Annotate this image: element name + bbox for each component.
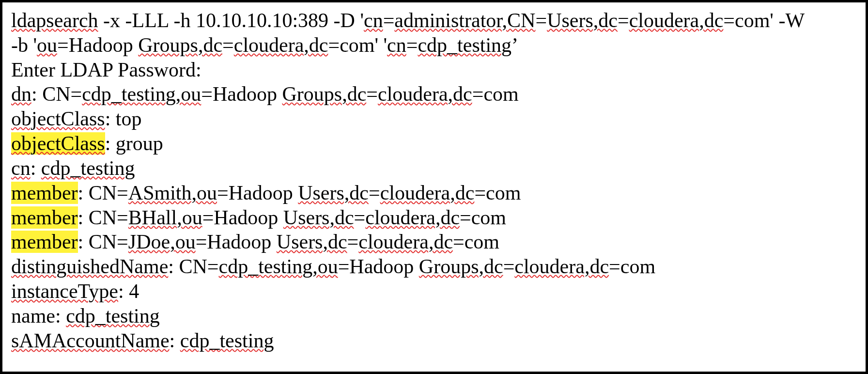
attr-member-2: member: CN=BHall,ou=Hadoop Users,dc=clou… bbox=[11, 205, 857, 230]
text: : group bbox=[105, 132, 163, 155]
text: cloudera,dc bbox=[629, 9, 724, 31]
attr-member-1: member: CN=ASmith,ou=Hadoop Users,dc=clo… bbox=[11, 181, 857, 205]
text: administrator,CN bbox=[394, 9, 535, 31]
text: instanceType bbox=[11, 280, 118, 302]
text: ASmith,ou bbox=[128, 182, 217, 204]
text: : top bbox=[105, 108, 142, 130]
text: : bbox=[170, 329, 180, 352]
text: BHall,ou bbox=[128, 206, 202, 229]
text: : CN= bbox=[78, 206, 128, 229]
text: =Hadoop bbox=[57, 34, 138, 56]
text: Users,dc bbox=[277, 231, 347, 253]
text: -x -LLL -h 10.10.10.10:389 -D ' bbox=[98, 9, 364, 31]
password-prompt: Enter LDAP Password: bbox=[11, 58, 857, 82]
text: objectClass bbox=[11, 108, 105, 130]
text: = bbox=[222, 34, 234, 56]
text: =Hadoop bbox=[217, 182, 298, 204]
attr-samaccountname: sAMAccountName: cdp_testing bbox=[11, 328, 857, 353]
attr-distinguishedname: distinguishedName: CN=cdp_testing,ou=Had… bbox=[11, 254, 857, 279]
text: Groups,dc bbox=[282, 83, 367, 105]
text: : CN= bbox=[78, 182, 128, 204]
text: cloudera,dc bbox=[365, 206, 460, 229]
attr-objectclass-top: objectClass: top bbox=[11, 107, 857, 131]
text: cloudera,dc bbox=[380, 182, 475, 204]
text: =com bbox=[609, 255, 655, 278]
text: name: bbox=[11, 305, 66, 327]
text: = bbox=[406, 34, 418, 56]
attr-cn: cn: cdp_testing bbox=[11, 156, 857, 181]
text: : CN= bbox=[168, 255, 218, 278]
text: cdp_testing,ou bbox=[219, 255, 338, 278]
text: cloudera,dc bbox=[514, 255, 609, 278]
text: = bbox=[503, 255, 515, 278]
attr-name: name: cdp_testing bbox=[11, 304, 857, 328]
text: = bbox=[535, 9, 547, 31]
text: Groups,dc bbox=[419, 255, 503, 278]
text: cn bbox=[364, 9, 383, 31]
text: Users,dc bbox=[298, 182, 369, 204]
text: cloudera,dc bbox=[234, 34, 328, 56]
text: ou bbox=[37, 34, 57, 56]
highlighted-member: member bbox=[11, 182, 78, 204]
text: Users,dc bbox=[283, 206, 354, 229]
text: cn bbox=[11, 157, 31, 179]
text: =Hadoop bbox=[202, 206, 283, 229]
text: ldapsearch bbox=[11, 9, 98, 31]
command-line-1: ldapsearch -x -LLL -h 10.10.10.10:389 -D… bbox=[11, 8, 857, 33]
text: cdp_testing bbox=[41, 157, 135, 179]
text: sAMAccountName bbox=[11, 329, 170, 352]
text: =Hadoop bbox=[338, 255, 419, 278]
text: : CN= bbox=[31, 83, 82, 105]
attr-dn: dn: CN=cdp_testing,ou=Hadoop Groups,dc=c… bbox=[11, 82, 857, 107]
highlighted-objectclass: objectClass bbox=[11, 132, 105, 155]
text: ’ bbox=[512, 34, 518, 56]
text: Groups,dc bbox=[138, 34, 222, 56]
text: = bbox=[354, 206, 366, 229]
attr-objectclass-group: objectClass: group bbox=[11, 131, 857, 156]
text: JDoe,ou bbox=[128, 231, 196, 253]
text: cloudera,dc bbox=[358, 231, 453, 253]
text: : bbox=[31, 157, 41, 179]
text: =com bbox=[474, 182, 521, 204]
ldap-output-box: ldapsearch -x -LLL -h 10.10.10.10:389 -D… bbox=[0, 0, 868, 374]
text: : 4 bbox=[118, 280, 139, 302]
text: = bbox=[369, 182, 380, 204]
text: cdp_testing,ou bbox=[82, 83, 201, 105]
command-line-2: -b 'ou=Hadoop Groups,dc=cloudera,dc=com'… bbox=[11, 33, 857, 58]
text: cdp_testing bbox=[66, 305, 160, 327]
text: =Hadoop bbox=[201, 83, 282, 105]
text: = bbox=[383, 9, 395, 31]
text: : CN= bbox=[78, 231, 128, 253]
text: dn bbox=[11, 83, 31, 105]
highlighted-member: member bbox=[11, 206, 78, 229]
text: Users,dc bbox=[547, 9, 618, 31]
text: = bbox=[347, 231, 359, 253]
text: = bbox=[618, 9, 629, 31]
text: cn bbox=[387, 34, 406, 56]
attr-member-3: member: CN=JDoe,ou=Hadoop Users,dc=cloud… bbox=[11, 230, 857, 254]
text: =com bbox=[460, 206, 506, 229]
text: =com bbox=[472, 83, 519, 105]
highlighted-member: member bbox=[11, 231, 78, 253]
text: Enter LDAP Password: bbox=[11, 59, 202, 81]
text: cdp_testing bbox=[180, 329, 274, 352]
text: distinguishedName bbox=[11, 255, 168, 278]
text: =com' ' bbox=[328, 34, 387, 56]
text: =com' -W bbox=[723, 9, 805, 31]
text: =Hadoop bbox=[196, 231, 277, 253]
attr-instancetype: instanceType: 4 bbox=[11, 279, 857, 304]
text: cloudera,dc bbox=[378, 83, 472, 105]
text: =com bbox=[453, 231, 499, 253]
text: -b ' bbox=[11, 34, 37, 56]
text: = bbox=[366, 83, 378, 105]
text: cdp_testing bbox=[418, 34, 512, 56]
